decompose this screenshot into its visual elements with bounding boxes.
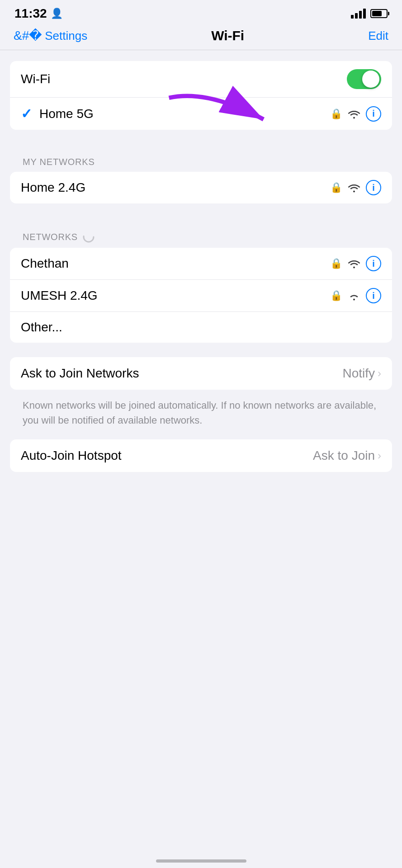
network-row-other[interactable]: Other... bbox=[10, 311, 392, 343]
battery-icon bbox=[370, 9, 388, 18]
home-indicator bbox=[156, 859, 246, 863]
wifi-label: Wi-Fi bbox=[21, 72, 50, 86]
svg-point-1 bbox=[84, 232, 94, 242]
ask-to-join-label: Ask to Join Networks bbox=[21, 366, 139, 381]
networks-card: Chethan 🔒 i UMESH 2.4G 🔒 bbox=[10, 248, 392, 343]
back-label: Settings bbox=[45, 29, 87, 43]
info-button-umesh24g[interactable]: i bbox=[366, 288, 381, 303]
network-name-other: Other... bbox=[21, 320, 62, 335]
back-button[interactable]: &#� Settings bbox=[14, 29, 87, 43]
networks-label: NETWORKS bbox=[10, 218, 392, 248]
edit-button[interactable]: Edit bbox=[368, 29, 388, 43]
wifi-toggle-card: Wi-Fi ✓ Home 5G 🔒 bbox=[10, 61, 392, 130]
status-time: 11:32 bbox=[14, 6, 47, 21]
wifi-toggle[interactable] bbox=[347, 69, 381, 89]
auto-join-hotspot-card: Auto-Join Hotspot Ask to Join › bbox=[10, 439, 392, 472]
lock-icon-home24g: 🔒 bbox=[330, 182, 342, 193]
ask-to-join-value: Notify bbox=[342, 366, 375, 381]
connected-checkmark-icon: ✓ bbox=[21, 106, 32, 122]
network-name-umesh24g: UMESH 2.4G bbox=[21, 288, 98, 303]
ask-to-join-description: Known networks will be joined automatica… bbox=[10, 394, 392, 437]
wifi-icon-chethan bbox=[348, 259, 360, 269]
info-button-home24g[interactable]: i bbox=[366, 180, 381, 195]
my-networks-card: Home 2.4G 🔒 i bbox=[10, 172, 392, 203]
my-networks-label: MY NETWORKS bbox=[10, 144, 392, 172]
network-name-home24g: Home 2.4G bbox=[21, 180, 85, 195]
connected-network-row[interactable]: ✓ Home 5G 🔒 i bbox=[10, 97, 392, 130]
wifi-toggle-row: Wi-Fi bbox=[10, 61, 392, 97]
wifi-icon-home24g bbox=[348, 183, 360, 193]
network-row-home24g[interactable]: Home 2.4G 🔒 i bbox=[10, 172, 392, 203]
auto-join-value: Ask to Join bbox=[313, 448, 375, 463]
network-row-umesh24g[interactable]: UMESH 2.4G 🔒 i bbox=[10, 279, 392, 311]
lock-icon: 🔒 bbox=[330, 108, 342, 120]
info-button-chethan[interactable]: i bbox=[366, 256, 381, 271]
auto-join-chevron-icon: › bbox=[378, 449, 381, 462]
auto-join-hotspot-row[interactable]: Auto-Join Hotspot Ask to Join › bbox=[10, 439, 392, 472]
loading-spinner-icon bbox=[82, 231, 95, 243]
ask-to-join-card: Ask to Join Networks Notify › bbox=[10, 357, 392, 390]
network-row-chethan[interactable]: Chethan 🔒 i bbox=[10, 248, 392, 279]
connected-network-name: Home 5G bbox=[39, 107, 94, 121]
auto-join-label: Auto-Join Hotspot bbox=[21, 448, 122, 463]
lock-icon-umesh24g: 🔒 bbox=[330, 290, 342, 302]
wifi-icon-umesh24g bbox=[348, 291, 360, 301]
ask-to-join-row[interactable]: Ask to Join Networks Notify › bbox=[10, 357, 392, 390]
page-title: Wi-Fi bbox=[211, 28, 244, 43]
status-bar: 11:32 👤 bbox=[0, 0, 402, 24]
wifi-icon bbox=[348, 109, 360, 119]
person-icon: 👤 bbox=[51, 8, 63, 19]
ask-to-join-chevron-icon: › bbox=[378, 367, 381, 380]
nav-bar: &#� Settings Wi-Fi Edit bbox=[0, 24, 402, 50]
signal-icon bbox=[351, 9, 366, 19]
network-name-chethan: Chethan bbox=[21, 256, 69, 271]
back-chevron-icon: &#� bbox=[14, 29, 42, 42]
lock-icon-chethan: 🔒 bbox=[330, 258, 342, 269]
info-button-home5g[interactable]: i bbox=[366, 106, 381, 122]
